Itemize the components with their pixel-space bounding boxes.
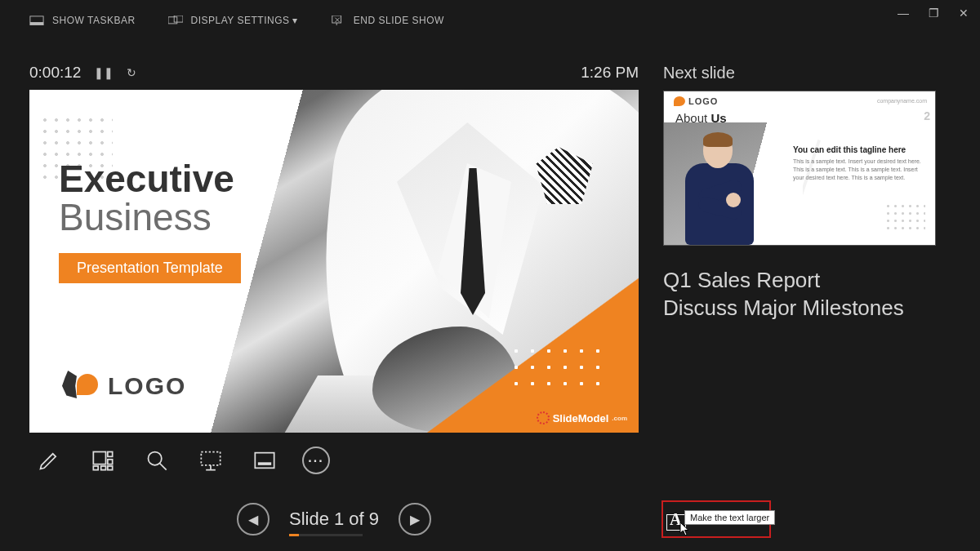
svg-rect-11 bbox=[93, 466, 98, 470]
svg-line-15 bbox=[160, 464, 167, 470]
thumb-tag-body: This is a sample text. Insert your desir… bbox=[793, 158, 927, 181]
timer-row: 0:00:12 ❚❚ ↻ 1:26 PM bbox=[29, 64, 639, 82]
close-button[interactable]: ✕ bbox=[959, 7, 969, 20]
pause-timer-button[interactable]: ❚❚ bbox=[94, 66, 114, 79]
restore-button[interactable]: ❐ bbox=[929, 7, 939, 20]
thumb-tag-heading: You can edit this tagline here bbox=[793, 145, 927, 154]
svg-point-14 bbox=[149, 452, 162, 465]
ellipsis-icon: ... bbox=[308, 451, 323, 465]
window-controls: — ❐ ✕ bbox=[898, 7, 969, 20]
progress-bar bbox=[289, 534, 363, 536]
thumb-logo: LOGO bbox=[674, 96, 718, 106]
display-settings-button[interactable]: DISPLAY SETTINGS ▾ bbox=[168, 15, 298, 26]
taskbar-icon bbox=[29, 15, 44, 26]
next-slide-heading: Next slide bbox=[663, 64, 951, 82]
notes-line: Discuss Major Milestones bbox=[663, 295, 951, 322]
speaker-notes: Q1 Sales Report Discuss Major Milestones bbox=[663, 267, 951, 322]
svg-rect-8 bbox=[93, 452, 105, 464]
svg-rect-13 bbox=[108, 466, 113, 470]
next-slide-thumbnail[interactable]: LOGO companyname.com About Us 2 You can … bbox=[663, 91, 936, 246]
slide-logo: LOGO bbox=[62, 371, 186, 402]
dot-pattern-icon bbox=[508, 343, 606, 392]
svg-rect-10 bbox=[108, 460, 113, 464]
watermark: SlideModel.com bbox=[537, 411, 627, 424]
cursor-icon bbox=[679, 522, 691, 536]
thumb-slide-number: 2 bbox=[924, 109, 930, 122]
watermark-text: SlideModel bbox=[553, 412, 609, 424]
thumb-company: companyname.com bbox=[877, 98, 927, 104]
see-all-slides-button[interactable] bbox=[87, 444, 119, 477]
current-time: 1:26 PM bbox=[581, 64, 639, 82]
slide-title-block: Executive Business bbox=[59, 160, 234, 237]
watermark-suffix: .com bbox=[612, 415, 627, 422]
svg-rect-16 bbox=[201, 452, 220, 465]
slide-tagline: Presentation Template bbox=[59, 253, 241, 283]
svg-rect-2 bbox=[168, 17, 177, 24]
svg-rect-19 bbox=[255, 453, 274, 469]
end-slideshow-icon bbox=[331, 15, 345, 26]
slide-tools: ... bbox=[29, 433, 639, 488]
show-taskbar-label: SHOW TASKBAR bbox=[52, 15, 136, 26]
thumb-tagline: You can edit this tagline here This is a… bbox=[793, 145, 927, 181]
end-slideshow-button[interactable]: END SLIDE SHOW bbox=[331, 15, 444, 26]
svg-rect-20 bbox=[258, 462, 271, 465]
minimize-button[interactable]: — bbox=[898, 7, 909, 20]
logo-mark-icon bbox=[62, 371, 98, 402]
current-slide-preview[interactable]: Executive Business Presentation Template… bbox=[29, 90, 639, 433]
svg-rect-1 bbox=[30, 22, 43, 25]
slide-title-line2: Business bbox=[59, 198, 234, 237]
text-size-controls: A A Make the text larger bbox=[662, 500, 771, 538]
presenter-toolbar: SHOW TASKBAR DISPLAY SETTINGS ▾ END SLID… bbox=[0, 0, 980, 41]
prev-slide-button[interactable]: ◀ bbox=[237, 503, 270, 535]
svg-rect-3 bbox=[174, 16, 183, 22]
notes-line: Q1 Sales Report bbox=[663, 267, 951, 295]
black-screen-button[interactable] bbox=[194, 444, 227, 477]
next-slide-button[interactable]: ▶ bbox=[399, 503, 431, 535]
elapsed-time: 0:00:12 bbox=[29, 64, 81, 82]
logo-text: LOGO bbox=[108, 372, 186, 400]
logo-mark-icon bbox=[674, 96, 685, 106]
zoom-button[interactable] bbox=[140, 444, 173, 477]
watermark-ring-icon bbox=[537, 411, 550, 424]
display-settings-icon bbox=[168, 15, 183, 26]
svg-rect-12 bbox=[101, 466, 106, 470]
slide-title-line1: Executive bbox=[59, 160, 234, 198]
reset-timer-button[interactable]: ↻ bbox=[127, 66, 136, 79]
tooltip: Make the text larger bbox=[684, 510, 775, 525]
thumb-logo-text: LOGO bbox=[688, 96, 718, 106]
thumb-person bbox=[679, 131, 760, 245]
slide-nav: ◀ Slide 1 of 9 ▶ bbox=[29, 503, 639, 535]
pen-tool-button[interactable] bbox=[33, 444, 65, 477]
show-taskbar-button[interactable]: SHOW TASKBAR bbox=[29, 15, 136, 26]
subtitles-button[interactable] bbox=[248, 444, 281, 477]
more-options-button[interactable]: ... bbox=[302, 447, 330, 474]
display-settings-label: DISPLAY SETTINGS ▾ bbox=[191, 15, 298, 26]
slide-counter-text: Slide 1 of 9 bbox=[289, 509, 379, 529]
dot-pattern-icon bbox=[884, 202, 925, 232]
svg-rect-9 bbox=[108, 452, 113, 457]
end-slideshow-label: END SLIDE SHOW bbox=[354, 15, 444, 26]
slide-counter: Slide 1 of 9 bbox=[289, 509, 379, 530]
